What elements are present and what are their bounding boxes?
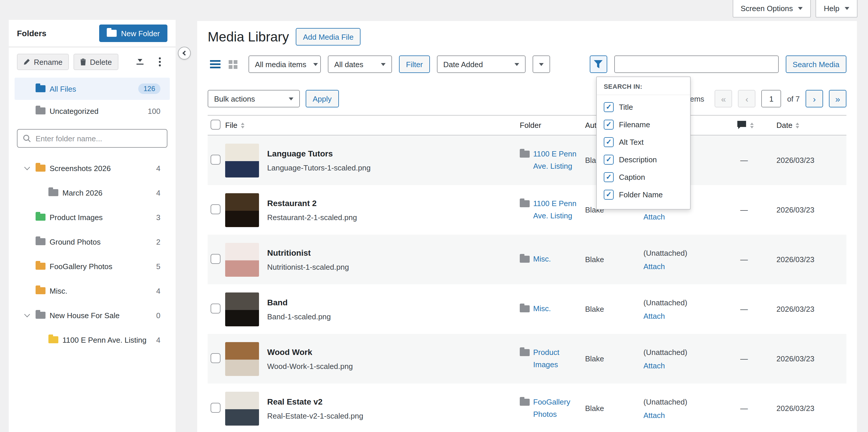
bulk-actions-bar: Bulk actions Apply 126 items « ‹ of 7 › …: [208, 90, 846, 108]
media-type-filter-select[interactable]: All media items: [248, 55, 321, 73]
checkbox[interactable]: ✓: [604, 190, 614, 199]
folder-item-1100-e-penn-ave-listing[interactable]: 1100 E Penn Ave. Listing4: [14, 327, 170, 352]
apply-button[interactable]: Apply: [306, 90, 339, 108]
attach-link[interactable]: Attach: [643, 361, 737, 370]
folder-item-product-images[interactable]: Product Images3: [14, 205, 170, 229]
media-title-link[interactable]: Band: [267, 297, 513, 307]
checkbox[interactable]: ✓: [604, 102, 614, 112]
media-search-input[interactable]: [614, 55, 779, 73]
folder-item-all-files[interactable]: All Files126: [14, 78, 170, 100]
select-all-checkbox[interactable]: [211, 119, 220, 129]
attach-link[interactable]: Attach: [643, 312, 737, 320]
folder-options-button[interactable]: [152, 54, 167, 69]
attach-link[interactable]: Attach: [643, 262, 737, 270]
row-checkbox[interactable]: [211, 204, 220, 214]
column-header-date[interactable]: Date: [776, 121, 846, 129]
list-view-button[interactable]: [208, 57, 223, 72]
row-checkbox[interactable]: [211, 154, 220, 164]
media-title-link[interactable]: Wood Work: [267, 347, 513, 356]
folder-name: Screenshots 2026: [50, 164, 152, 173]
column-header-folder[interactable]: Folder: [520, 121, 585, 129]
row-checkbox-cell: [208, 403, 225, 414]
row-checkbox[interactable]: [211, 403, 220, 412]
row-checkbox[interactable]: [211, 353, 220, 363]
collapse-all-button[interactable]: [132, 54, 148, 69]
folder-icon: [36, 238, 45, 245]
search-in-option-caption[interactable]: ✓Caption: [604, 168, 683, 185]
search-media-button[interactable]: Search Media: [786, 55, 846, 73]
add-media-file-button[interactable]: Add Media File: [296, 28, 361, 46]
media-thumbnail[interactable]: [225, 342, 259, 376]
attach-link[interactable]: Attach: [643, 212, 737, 221]
folder-link[interactable]: FooGallery Photos: [533, 397, 577, 420]
folder-item-new-house-for-sale[interactable]: New House For Sale0: [14, 303, 170, 327]
checkbox[interactable]: ✓: [604, 119, 614, 129]
search-in-option-filename[interactable]: ✓Filename: [604, 116, 683, 133]
attach-link[interactable]: Attach: [643, 411, 737, 420]
prev-page-button[interactable]: ‹: [738, 90, 756, 108]
grid-view-button[interactable]: [225, 57, 240, 72]
next-page-button[interactable]: ›: [806, 90, 823, 108]
folder-item-march-2026[interactable]: March 20264: [14, 180, 170, 205]
media-thumbnail[interactable]: [225, 392, 259, 425]
help-button[interactable]: Help: [816, 0, 858, 18]
folder-icon: [36, 108, 45, 114]
sort-by-select[interactable]: Date Added: [437, 55, 526, 73]
folder-count: 100: [148, 107, 160, 115]
search-in-option-folder-name[interactable]: ✓Folder Name: [604, 185, 683, 203]
trash-icon: [80, 58, 86, 65]
delete-folder-button[interactable]: Delete: [73, 54, 118, 70]
bulk-actions-select[interactable]: Bulk actions: [208, 90, 300, 108]
date-filter-select[interactable]: All dates: [328, 55, 392, 73]
folder-item-uncategorized[interactable]: Uncategorized100: [14, 100, 170, 122]
folder-item-foogallery-photos[interactable]: FooGallery Photos5: [14, 254, 170, 279]
media-thumbnail[interactable]: [225, 292, 259, 326]
checkbox[interactable]: ✓: [604, 154, 614, 164]
last-page-button[interactable]: »: [829, 90, 846, 108]
media-title-link[interactable]: Restaurant 2: [267, 198, 513, 207]
folder-name: Ground Photos: [50, 237, 152, 246]
folder-icon: [520, 349, 530, 356]
folder-item-misc[interactable]: Misc.4: [14, 279, 170, 303]
sort-direction-button[interactable]: [533, 55, 550, 73]
search-in-option-alt-text[interactable]: ✓Alt Text: [604, 133, 683, 151]
checkbox[interactable]: ✓: [604, 137, 614, 147]
chevron-down-icon[interactable]: [24, 311, 30, 317]
row-checkbox[interactable]: [211, 254, 220, 264]
chevron-down-icon[interactable]: [24, 164, 30, 170]
current-page-input[interactable]: [762, 90, 781, 108]
search-in-option-description[interactable]: ✓Description: [604, 151, 683, 168]
row-checkbox[interactable]: [211, 303, 220, 313]
folder-search-input[interactable]: [17, 129, 167, 148]
collapse-sidebar-button[interactable]: [178, 47, 191, 60]
column-header-comments[interactable]: [737, 121, 776, 129]
folder-link[interactable]: Misc.: [533, 303, 551, 315]
attachment-status: (Unattached): [643, 397, 737, 406]
screen-options-button[interactable]: Screen Options: [733, 0, 811, 18]
folder-link[interactable]: Misc.: [533, 254, 551, 265]
media-title-link[interactable]: Nutritionist: [267, 248, 513, 257]
rename-folder-button[interactable]: Rename: [17, 54, 69, 70]
row-checkbox-cell: [208, 353, 225, 365]
search-in-option-title[interactable]: ✓Title: [604, 98, 683, 116]
folder-link[interactable]: 1100 E Penn Ave. Listing: [533, 149, 577, 172]
media-thumbnail[interactable]: [225, 242, 259, 277]
sort-by-value: Date Added: [443, 60, 483, 68]
search-filter-toggle-button[interactable]: [590, 55, 607, 73]
folder-item-ground-photos[interactable]: Ground Photos2: [14, 229, 170, 254]
new-folder-button[interactable]: New Folder: [99, 25, 167, 42]
media-thumbnail[interactable]: [225, 143, 259, 177]
filter-button[interactable]: Filter: [399, 55, 430, 73]
search-in-panel: SEARCH IN: ✓Title✓Filename✓Alt Text✓Desc…: [596, 77, 691, 209]
folder-link[interactable]: 1100 E Penn Ave. Listing: [533, 198, 577, 222]
media-title-link[interactable]: Real Estate v2: [267, 397, 513, 406]
thumbnail-cell: [225, 242, 267, 277]
folders-header: Folders New Folder: [9, 20, 176, 47]
checkbox[interactable]: ✓: [604, 172, 614, 182]
media-title-link[interactable]: Language Tutors: [267, 149, 513, 158]
media-thumbnail[interactable]: [225, 193, 259, 227]
folder-item-screenshots-2026[interactable]: Screenshots 20264: [14, 156, 170, 180]
column-header-file[interactable]: File: [225, 121, 520, 129]
first-page-button[interactable]: «: [715, 90, 733, 108]
folder-link[interactable]: Product Images: [533, 347, 577, 371]
